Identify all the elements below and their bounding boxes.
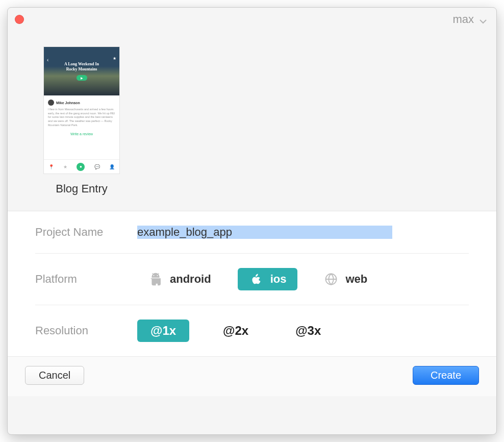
- titlebar: max: [8, 8, 496, 31]
- camera-icon: ●: [77, 163, 85, 171]
- platform-label: Platform: [35, 273, 137, 286]
- star-icon: ★: [113, 56, 116, 61]
- dialog-window: max ‹ ★ A Long Weekend In Rocky Mountain…: [7, 7, 497, 435]
- design-thumbnail-image: ‹ ★ A Long Weekend In Rocky Mountains ▶ …: [43, 46, 120, 174]
- mock-paragraph: I flew in from Massachusetts and arrived…: [48, 108, 115, 127]
- mock-tabbar: 📍 ★ ● 💬 👤: [44, 159, 119, 174]
- svg-point-0: [154, 275, 155, 276]
- platform-android-label: android: [170, 273, 211, 286]
- close-window-button[interactable]: [15, 15, 24, 24]
- form-area: Project Name Platform android ios: [8, 211, 496, 356]
- platform-ios-label: ios: [270, 273, 287, 286]
- project-name-field[interactable]: [137, 226, 392, 239]
- avatar-icon: [48, 100, 54, 106]
- platform-web-label: web: [345, 273, 367, 286]
- resolution-2x[interactable]: @2x: [210, 320, 262, 342]
- platform-group: android ios web: [137, 268, 379, 290]
- resolution-3x[interactable]: @3x: [282, 320, 334, 342]
- star-outline-icon: ★: [63, 164, 67, 169]
- mock-author: Mike Johnson: [56, 101, 80, 105]
- platform-web[interactable]: web: [313, 268, 379, 290]
- create-button[interactable]: Create: [413, 366, 479, 385]
- resolution-group: @1x @2x @3x: [137, 320, 334, 342]
- project-name-row: Project Name: [35, 211, 469, 254]
- chat-icon: 💬: [94, 164, 100, 169]
- resolution-label: Resolution: [35, 324, 137, 337]
- apple-icon: [249, 272, 263, 286]
- person-icon: 👤: [109, 164, 115, 169]
- platform-row: Platform android ios: [35, 254, 469, 305]
- mock-review-link: Write a review: [48, 132, 115, 136]
- preview-area: ‹ ★ A Long Weekend In Rocky Mountains ▶ …: [8, 31, 496, 211]
- footer: Cancel Create: [8, 356, 496, 396]
- svg-point-1: [157, 275, 158, 276]
- design-thumbnail[interactable]: ‹ ★ A Long Weekend In Rocky Mountains ▶ …: [43, 46, 120, 195]
- project-name-input[interactable]: [137, 226, 392, 239]
- chevron-left-icon: ‹: [47, 57, 48, 63]
- project-name-label: Project Name: [35, 226, 137, 239]
- platform-ios[interactable]: ios: [238, 268, 298, 290]
- android-icon: [148, 272, 163, 286]
- chevron-down-icon: [479, 15, 487, 23]
- mock-hero-title: A Long Weekend In Rocky Mountains: [64, 62, 99, 71]
- platform-android[interactable]: android: [137, 268, 222, 290]
- resolution-row: Resolution @1x @2x @3x: [35, 305, 469, 356]
- pin-icon: 📍: [48, 164, 54, 169]
- user-label: max: [452, 13, 474, 26]
- globe-icon: [324, 272, 338, 286]
- cancel-button[interactable]: Cancel: [25, 366, 84, 385]
- design-thumbnail-label: Blog Entry: [43, 182, 120, 195]
- mock-hero-chip: ▶: [77, 75, 87, 81]
- user-menu[interactable]: max: [452, 13, 487, 26]
- resolution-1x[interactable]: @1x: [137, 320, 189, 342]
